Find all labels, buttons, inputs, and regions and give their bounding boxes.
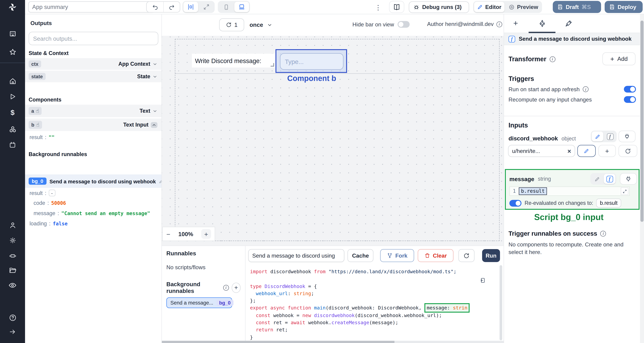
expand-editor-icon[interactable]	[621, 188, 628, 195]
fullscreen-layout-button[interactable]	[199, 2, 214, 12]
expression-editor[interactable]: 1 b.result	[510, 186, 630, 196]
refresh-resource-button[interactable]	[618, 145, 637, 157]
app-summary-input[interactable]	[28, 1, 154, 12]
hide-bar-toggle[interactable]	[398, 21, 410, 28]
add-transformer-button[interactable]: + Add	[602, 52, 636, 65]
chevron-down-icon[interactable]	[152, 108, 158, 114]
fork-button[interactable]: Fork	[380, 249, 414, 262]
resource-picker[interactable]: u/henri/te... ×	[508, 145, 575, 157]
run-on-start-toggle[interactable]	[624, 86, 636, 92]
users-icon[interactable]	[0, 220, 25, 230]
more-menu-icon[interactable]: ⋮	[375, 4, 382, 12]
schedules-calendar-icon[interactable]	[0, 140, 25, 150]
pointer-hand-icon[interactable]: ☝	[36, 108, 39, 114]
favorites-star-icon[interactable]	[0, 47, 25, 57]
run-button[interactable]: Run	[482, 249, 500, 262]
docs-book-icon[interactable]	[389, 1, 404, 13]
deploy-button[interactable]: Deploy	[605, 1, 643, 13]
undo-button[interactable]	[147, 2, 163, 12]
bg0-result-row[interactable]: result: -	[30, 190, 55, 196]
copy-code-icon[interactable]	[480, 277, 486, 284]
info-icon[interactable]: i	[496, 21, 502, 27]
static-edit-pencil-icon[interactable]	[592, 132, 603, 141]
search-outputs-input[interactable]	[28, 32, 158, 45]
expr-function-icon[interactable]: f	[604, 132, 616, 141]
output-row-state[interactable]: state State	[25, 71, 162, 82]
component-row-b[interactable]: b☝ Text Input	[25, 118, 162, 131]
collapse-toggle[interactable]: -	[48, 190, 55, 196]
debug-runs-button[interactable]: Debug runs (3)	[409, 1, 469, 13]
folders-icon[interactable]	[0, 265, 25, 275]
code-value: 50006	[51, 200, 66, 206]
component-row-a[interactable]: a☝ Text	[25, 105, 162, 117]
output-row-ctx[interactable]: ctx App Context	[25, 58, 162, 70]
chevron-down-icon[interactable]	[152, 74, 158, 79]
expand-sidebar-arrow-icon[interactable]	[0, 327, 25, 337]
clear-button[interactable]: Clear	[418, 249, 454, 262]
home-icon[interactable]	[0, 76, 25, 86]
bg0-output-row[interactable]: bg_0 Send a message to discord using web…	[25, 174, 162, 188]
selected-component-b[interactable]	[276, 49, 347, 73]
code-vertical-scrollbar[interactable]	[500, 265, 502, 340]
tab-insert-plus-icon[interactable]: +	[510, 18, 521, 28]
cache-button[interactable]: Cache	[348, 249, 374, 262]
script-name-input[interactable]	[248, 249, 344, 262]
refresh-count: 1	[234, 22, 238, 28]
tab-settings-components-icon[interactable]	[537, 18, 548, 28]
app-canvas[interactable]: Write Discord message: Component b − 100…	[162, 36, 504, 246]
chevron-down-icon[interactable]	[152, 62, 158, 66]
bg0-runnable-item[interactable]: Send a message... bg_0	[166, 298, 232, 308]
windmill-logo-icon[interactable]	[0, 0, 25, 14]
tab-styling-brush-icon[interactable]	[563, 18, 574, 28]
reeval-target-pill[interactable]: b.result	[596, 198, 621, 208]
settings-gear-icon[interactable]	[0, 235, 25, 245]
reeval-toggle[interactable]	[510, 200, 522, 206]
interval-select[interactable]: once	[250, 18, 272, 31]
redo-button[interactable]	[163, 2, 180, 12]
connect-plug-icon[interactable]	[618, 130, 636, 142]
info-icon[interactable]: i	[583, 86, 588, 92]
workers-robot-icon[interactable]	[0, 250, 25, 260]
recompute-toggle[interactable]	[624, 96, 636, 103]
help-icon[interactable]	[0, 312, 25, 322]
tab-editor[interactable]: Editor	[474, 2, 504, 12]
code-content[interactable]: import discordwebhook from "https://deno…	[250, 268, 498, 341]
chevron-up-icon[interactable]	[151, 122, 158, 128]
tab-preview[interactable]: Preview	[505, 2, 541, 12]
mobile-view-button[interactable]	[219, 2, 234, 12]
pointer-hand-icon[interactable]: ☝	[36, 122, 39, 128]
desktop-view-button[interactable]	[234, 2, 249, 12]
runs-play-icon[interactable]	[0, 92, 25, 102]
workspace-icon[interactable]	[0, 28, 25, 38]
expression-value[interactable]: b.result	[519, 188, 547, 195]
text-component-a[interactable]: Write Discord message:	[192, 54, 275, 68]
ctx-badge: ctx	[28, 60, 41, 68]
zoom-in-button[interactable]: +	[201, 229, 211, 239]
draft-button[interactable]: Draft ⌘S	[553, 1, 601, 13]
horizontal-scrollbar[interactable]	[162, 341, 504, 343]
zoom-out-button[interactable]: −	[166, 230, 170, 238]
loading-value: false	[53, 221, 68, 226]
connect-plug-icon[interactable]	[620, 173, 637, 185]
b-result-row[interactable]: result: ""	[30, 134, 54, 140]
static-edit-pencil-icon[interactable]	[591, 174, 603, 184]
background-runnables-title: Background runnables	[28, 151, 87, 158]
resources-cubes-icon[interactable]	[0, 124, 25, 134]
info-icon[interactable]: i	[600, 230, 606, 236]
edit-resource-pencil-button[interactable]	[577, 145, 596, 157]
refresh-code-button[interactable]	[458, 249, 474, 262]
clear-x-icon[interactable]: ×	[568, 148, 571, 154]
refresh-count-button[interactable]: 1	[219, 18, 244, 31]
info-icon[interactable]: i	[223, 285, 229, 290]
edit-pencil-icon[interactable]	[159, 179, 162, 184]
variables-dollar-icon[interactable]: $	[0, 108, 25, 118]
audit-eye-icon[interactable]	[0, 280, 25, 290]
add-bg-runnable-button[interactable]: +	[232, 282, 240, 293]
centered-layout-button[interactable]	[183, 2, 198, 12]
settings-tabs: +	[504, 14, 640, 33]
vertical-scrollbar[interactable]	[640, 14, 644, 343]
info-icon[interactable]: i	[550, 56, 555, 62]
add-resource-button[interactable]: +	[598, 145, 616, 157]
text-input-component[interactable]	[280, 53, 344, 70]
expr-function-icon[interactable]: f	[604, 174, 616, 184]
